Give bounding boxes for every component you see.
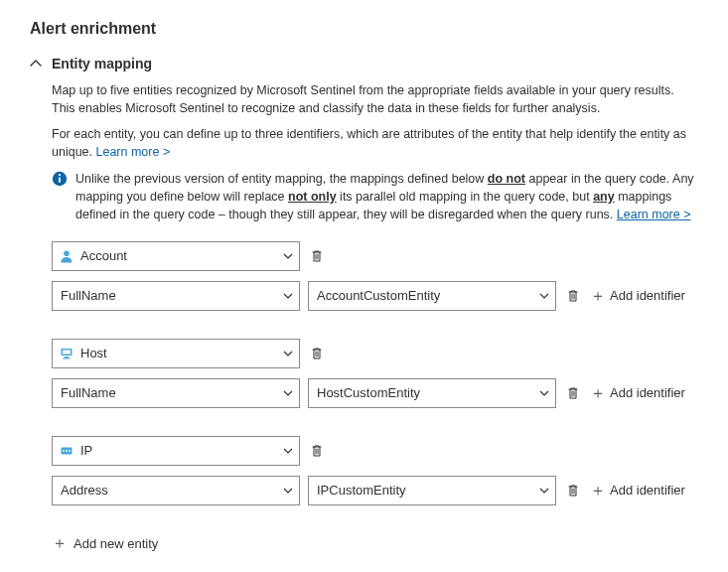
- section-title: Entity mapping: [52, 56, 152, 72]
- add-identifier-button[interactable]: ＋ Add identifier: [590, 385, 685, 401]
- chevron-down-icon: [539, 291, 549, 301]
- entity-block: Account FullName AccountCustomEntity ＋: [52, 241, 698, 311]
- entity-type-select[interactable]: Host: [52, 339, 300, 368]
- svg-point-9: [63, 450, 65, 452]
- info-callout: Unlike the previous version of entity ma…: [52, 170, 698, 223]
- field-select[interactable]: HostCustomEntity: [308, 378, 556, 408]
- user-icon: [59, 248, 74, 264]
- entity-type-select[interactable]: Account: [52, 241, 300, 271]
- svg-point-2: [59, 174, 61, 176]
- chevron-up-icon: [30, 58, 42, 70]
- chevron-down-icon: [283, 349, 293, 358]
- svg-rect-5: [63, 350, 71, 354]
- add-new-entity-button[interactable]: ＋ Add new entity: [52, 533, 698, 554]
- chevron-down-icon: [283, 251, 293, 261]
- delete-identifier-button[interactable]: [564, 482, 582, 500]
- entity-mapping-toggle[interactable]: Entity mapping: [30, 56, 698, 72]
- chevron-down-icon: [283, 446, 293, 456]
- svg-point-11: [69, 450, 71, 452]
- plus-icon: ＋: [590, 385, 606, 401]
- chevron-down-icon: [283, 486, 293, 496]
- info-icon: [52, 171, 68, 187]
- page-title: Alert enrichment: [30, 20, 698, 38]
- svg-rect-1: [59, 177, 61, 183]
- entity-type-select[interactable]: IP: [52, 436, 300, 466]
- plus-icon: ＋: [590, 288, 606, 304]
- attribute-select[interactable]: Address: [52, 476, 300, 505]
- chevron-down-icon: [283, 291, 293, 301]
- section-description-1: Map up to five entities recognized by Mi…: [52, 81, 698, 117]
- chevron-down-icon: [539, 486, 549, 496]
- svg-point-10: [66, 450, 68, 452]
- field-select[interactable]: AccountCustomEntity: [308, 281, 556, 311]
- attribute-select[interactable]: FullName: [52, 281, 300, 311]
- delete-entity-button[interactable]: [308, 345, 326, 362]
- field-select[interactable]: IPCustomEntity: [308, 476, 556, 505]
- svg-rect-6: [65, 357, 69, 358]
- learn-more-link[interactable]: Learn more >: [95, 145, 170, 159]
- delete-identifier-button[interactable]: [564, 384, 582, 402]
- add-identifier-button[interactable]: ＋ Add identifier: [590, 483, 685, 499]
- entity-block: Host FullName HostCustomEntity ＋ Add: [52, 339, 698, 408]
- entity-block: IP Address IPCustomEntity ＋ Add ident: [52, 436, 698, 505]
- chevron-down-icon: [283, 388, 293, 398]
- plus-icon: ＋: [52, 533, 68, 554]
- delete-entity-button[interactable]: [308, 442, 326, 460]
- delete-identifier-button[interactable]: [564, 287, 582, 305]
- chevron-down-icon: [539, 388, 549, 398]
- section-description-2: For each entity, you can define up to th…: [52, 125, 698, 161]
- svg-rect-7: [64, 358, 71, 358]
- delete-entity-button[interactable]: [308, 247, 326, 265]
- host-icon: [59, 346, 74, 361]
- learn-more-link-2[interactable]: Learn more >: [617, 208, 691, 221]
- ip-icon: [59, 443, 74, 459]
- attribute-select[interactable]: FullName: [52, 378, 300, 408]
- svg-point-3: [64, 250, 70, 256]
- plus-icon: ＋: [590, 483, 606, 499]
- add-identifier-button[interactable]: ＋ Add identifier: [590, 288, 685, 304]
